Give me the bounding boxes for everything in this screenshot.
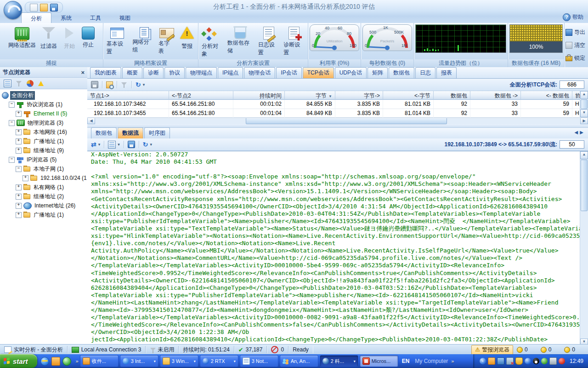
view-tab-日志[interactable]: 日志 xyxy=(415,67,435,78)
close-icon[interactable]: × xyxy=(81,69,85,76)
collapse-chevron-icon[interactable]: ‹ xyxy=(480,358,486,364)
view-tab-报表[interactable]: 报表 xyxy=(436,67,457,78)
group-dropdown-icon[interactable]: ▾ xyxy=(154,359,156,363)
view-tab-ip会话[interactable]: IP会话 xyxy=(276,67,301,78)
tree-node-----[interactable]: 全面分析 xyxy=(0,91,87,100)
view-tab-我的图表[interactable]: 我的图表 xyxy=(90,67,121,78)
group-dropdown-icon[interactable]: ▾ xyxy=(194,359,196,363)
add-chart-node-icon[interactable] xyxy=(27,80,34,87)
filter-button[interactable]: 过滤器 xyxy=(38,23,59,59)
language-indicator[interactable]: EN xyxy=(398,358,413,364)
desktop-toolbar-label[interactable]: My Computer xyxy=(413,358,450,364)
refresh-icon[interactable]: ↻ xyxy=(136,81,141,88)
view-tab-诊断[interactable]: 诊断 xyxy=(143,67,164,78)
display-icon[interactable] xyxy=(549,357,557,365)
column-header-6[interactable]: <-字节 xyxy=(383,91,434,100)
tree-node-------1-[interactable]: +私有网络 (1) xyxy=(0,183,87,192)
column-header-7[interactable]: 数据包 xyxy=(434,91,470,100)
taskbar-button-micros[interactable]: Micros... xyxy=(360,355,398,367)
column-header-5[interactable]: 字节-> xyxy=(335,91,383,100)
expand-icon[interactable]: + xyxy=(16,203,22,209)
app-logo-icon[interactable] xyxy=(4,1,22,19)
expand-icon[interactable]: + xyxy=(16,212,22,218)
scroll-left-icon[interactable]: ◀ xyxy=(87,118,95,124)
add-alarm-node-icon[interactable] xyxy=(38,80,45,87)
export-button[interactable]: 导出 xyxy=(565,29,588,36)
swap-dropdown-icon[interactable]: ▾ xyxy=(98,142,101,147)
packet-storage-button[interactable]: 数据包存储 xyxy=(225,23,256,59)
tree-node-------9-[interactable]: +组播地址 (9) xyxy=(0,146,87,155)
tab-scroll-arrows[interactable]: ◀▶ xyxy=(575,130,585,135)
table-row[interactable]: 192.168.10.107:346265.54.166.251:8000:01… xyxy=(87,100,588,109)
network-disabled-icon[interactable] xyxy=(506,357,514,365)
foxmail-quicklaunch-icon[interactable] xyxy=(51,357,60,366)
log-settings-button[interactable]: 日志设置 xyxy=(256,23,282,59)
taskbar-button-2[interactable]: 2 科...▾ xyxy=(320,355,358,367)
tab-packets[interactable]: 数据包 xyxy=(91,127,117,138)
collapse-icon[interactable]: − xyxy=(16,166,22,172)
locate-node-icon[interactable] xyxy=(106,81,113,88)
view-tab-tcp会话[interactable]: TCP会话 xyxy=(303,67,334,78)
tree-node-ethernet-ii--5-[interactable]: +Ethernet II (5) xyxy=(0,109,87,118)
view-tab-矩阵[interactable]: 矩阵 xyxy=(368,67,388,78)
table-horizontal-scrollbar[interactable]: ◀ ▶ xyxy=(87,117,588,124)
data-stream-view[interactable]: X-AspNet-Version: 2.0.50727 Date: Thu, 0… xyxy=(87,151,588,346)
add-table-node-icon[interactable] xyxy=(4,80,11,87)
msn-quicklaunch-icon[interactable] xyxy=(62,357,71,366)
column-header-1[interactable]: 节点1-> xyxy=(87,91,169,100)
scroll-up-icon[interactable]: ▲ xyxy=(580,91,588,99)
group-dropdown-icon[interactable]: ▾ xyxy=(354,359,356,363)
view-tab-数据包[interactable]: 数据包 xyxy=(389,67,414,78)
toolbar-overflow-icon[interactable]: » xyxy=(450,358,455,364)
start-button[interactable]: start xyxy=(0,354,37,368)
name-table-button[interactable]: 名字表 xyxy=(156,23,177,59)
antivirus-icon[interactable] xyxy=(559,358,565,364)
column-header-9[interactable]: <- 数据包 xyxy=(521,91,572,100)
analysis-object-button[interactable]: 分析对象 xyxy=(199,23,225,59)
display-format-icon[interactable] xyxy=(108,141,116,149)
collapse-icon[interactable]: − xyxy=(9,102,15,108)
taskbar-button-[interactable]: 收件... xyxy=(80,355,119,367)
column-header-10[interactable]: 协 xyxy=(572,91,580,100)
diagnosis-settings-button[interactable]: 诊断设置 xyxy=(281,23,307,59)
taskbar-button-3not[interactable]: 3 Not... xyxy=(240,355,278,367)
stream-refresh-icon[interactable]: ↻ xyxy=(143,141,148,148)
quicklaunch-overflow-icon[interactable]: » xyxy=(74,358,80,364)
tree-node--------3-[interactable]: −物理浏览器 (3) xyxy=(0,118,87,127)
basic-settings-button[interactable]: 基本设置 xyxy=(104,23,130,59)
refresh-dropdown-icon[interactable]: ▾ xyxy=(143,82,145,87)
view-tab-物理会话[interactable]: 物理会话 xyxy=(244,67,275,78)
tree-node-192.168.10.0-24--1[interactable]: +192.168.10.0/24 (1 xyxy=(0,173,87,183)
collapse-icon[interactable]: − xyxy=(9,157,15,163)
taskbar-button-2rtx[interactable]: 2 RTX▾ xyxy=(200,355,238,367)
collapse-icon[interactable]: − xyxy=(9,120,15,126)
mail-icon[interactable] xyxy=(488,357,495,365)
security-shield-icon[interactable] xyxy=(515,357,523,365)
clear-button[interactable]: 清空 xyxy=(565,41,588,49)
alarm-browser-button[interactable]: ⚠ 警报浏览器 xyxy=(471,345,513,355)
tree-node-------1-[interactable]: +广播地址 (1) xyxy=(0,210,87,219)
tree-node-------1-[interactable]: +广播地址 (1) xyxy=(0,137,87,146)
view-tab-协议[interactable]: 协议 xyxy=(164,67,185,78)
view-tab-ip端点[interactable]: IP端点 xyxy=(218,67,243,78)
taskbar-button-anan[interactable]: An, An... xyxy=(280,355,318,367)
taskbar-button-3win[interactable]: 3 Win...▾ xyxy=(160,355,198,367)
table-vertical-scrollbar[interactable]: ▲ ▼ xyxy=(580,91,588,117)
tab-time-sequence[interactable]: 时序图 xyxy=(144,127,170,138)
scroll-down-icon[interactable]: ▼ xyxy=(580,109,588,117)
tree-node-------1-[interactable]: −本地子网 (1) xyxy=(0,164,87,173)
tree-node-------16-[interactable]: +本地网段 (16) xyxy=(0,127,87,137)
ie-quicklaunch-icon[interactable] xyxy=(40,357,49,366)
column-header-4[interactable]: 字节▼ xyxy=(285,91,335,100)
column-header-2[interactable]: <-节点2 xyxy=(169,91,233,100)
tab-data-stream[interactable]: 数据流 xyxy=(118,127,143,138)
network-group-button[interactable]: 网络分组 xyxy=(130,23,157,59)
stream-refresh-dropdown-icon[interactable]: ▾ xyxy=(150,142,153,147)
alarm-button[interactable]: 警报 xyxy=(177,23,197,59)
expand-icon[interactable]: + xyxy=(16,138,22,144)
taskbar-button-3int[interactable]: 3 Int...▾ xyxy=(120,355,158,367)
save-stream-icon[interactable] xyxy=(128,141,135,148)
network-adapter-button[interactable]: 网络适配器 xyxy=(6,23,38,59)
add-filter-node-icon[interactable] xyxy=(16,80,23,87)
save-list-icon[interactable] xyxy=(91,81,98,88)
